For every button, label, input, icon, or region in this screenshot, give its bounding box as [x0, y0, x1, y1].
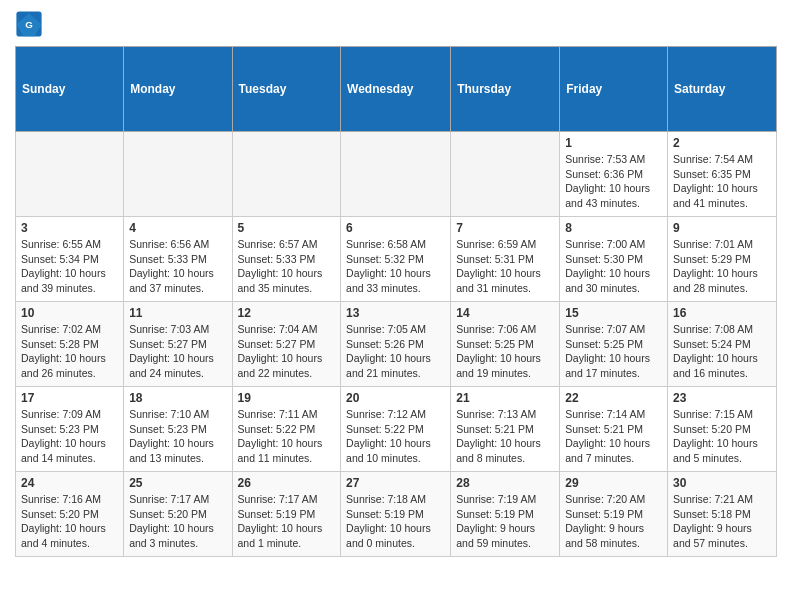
day-info: Sunrise: 7:09 AM Sunset: 5:23 PM Dayligh…: [21, 407, 118, 466]
day-cell: 29Sunrise: 7:20 AM Sunset: 5:19 PM Dayli…: [560, 472, 668, 557]
day-number: 19: [238, 391, 336, 405]
day-cell: 6Sunrise: 6:58 AM Sunset: 5:32 PM Daylig…: [341, 217, 451, 302]
calendar-page: G SundayMondayTuesdayWednesdayThursdayFr…: [0, 0, 792, 567]
day-cell: 24Sunrise: 7:16 AM Sunset: 5:20 PM Dayli…: [16, 472, 124, 557]
day-info: Sunrise: 6:55 AM Sunset: 5:34 PM Dayligh…: [21, 237, 118, 296]
day-info: Sunrise: 7:54 AM Sunset: 6:35 PM Dayligh…: [673, 152, 771, 211]
col-header-thursday: Thursday: [451, 47, 560, 132]
day-cell: [232, 132, 341, 217]
day-info: Sunrise: 7:16 AM Sunset: 5:20 PM Dayligh…: [21, 492, 118, 551]
day-number: 18: [129, 391, 226, 405]
day-number: 30: [673, 476, 771, 490]
day-number: 2: [673, 136, 771, 150]
day-number: 20: [346, 391, 445, 405]
day-info: Sunrise: 7:10 AM Sunset: 5:23 PM Dayligh…: [129, 407, 226, 466]
day-info: Sunrise: 7:13 AM Sunset: 5:21 PM Dayligh…: [456, 407, 554, 466]
day-number: 5: [238, 221, 336, 235]
day-cell: 17Sunrise: 7:09 AM Sunset: 5:23 PM Dayli…: [16, 387, 124, 472]
week-row-3: 10Sunrise: 7:02 AM Sunset: 5:28 PM Dayli…: [16, 302, 777, 387]
week-row-2: 3Sunrise: 6:55 AM Sunset: 5:34 PM Daylig…: [16, 217, 777, 302]
week-row-1: 1Sunrise: 7:53 AM Sunset: 6:36 PM Daylig…: [16, 132, 777, 217]
day-info: Sunrise: 7:15 AM Sunset: 5:20 PM Dayligh…: [673, 407, 771, 466]
day-info: Sunrise: 7:17 AM Sunset: 5:20 PM Dayligh…: [129, 492, 226, 551]
day-number: 3: [21, 221, 118, 235]
day-info: Sunrise: 7:01 AM Sunset: 5:29 PM Dayligh…: [673, 237, 771, 296]
day-info: Sunrise: 7:21 AM Sunset: 5:18 PM Dayligh…: [673, 492, 771, 551]
week-row-4: 17Sunrise: 7:09 AM Sunset: 5:23 PM Dayli…: [16, 387, 777, 472]
day-info: Sunrise: 7:53 AM Sunset: 6:36 PM Dayligh…: [565, 152, 662, 211]
day-number: 9: [673, 221, 771, 235]
day-info: Sunrise: 7:05 AM Sunset: 5:26 PM Dayligh…: [346, 322, 445, 381]
day-info: Sunrise: 7:12 AM Sunset: 5:22 PM Dayligh…: [346, 407, 445, 466]
day-cell: 12Sunrise: 7:04 AM Sunset: 5:27 PM Dayli…: [232, 302, 341, 387]
day-info: Sunrise: 7:17 AM Sunset: 5:19 PM Dayligh…: [238, 492, 336, 551]
day-cell: 16Sunrise: 7:08 AM Sunset: 5:24 PM Dayli…: [668, 302, 777, 387]
day-cell: 30Sunrise: 7:21 AM Sunset: 5:18 PM Dayli…: [668, 472, 777, 557]
day-info: Sunrise: 7:20 AM Sunset: 5:19 PM Dayligh…: [565, 492, 662, 551]
col-header-sunday: Sunday: [16, 47, 124, 132]
day-cell: 2Sunrise: 7:54 AM Sunset: 6:35 PM Daylig…: [668, 132, 777, 217]
day-cell: 10Sunrise: 7:02 AM Sunset: 5:28 PM Dayli…: [16, 302, 124, 387]
day-number: 17: [21, 391, 118, 405]
calendar-table: SundayMondayTuesdayWednesdayThursdayFrid…: [15, 46, 777, 557]
day-info: Sunrise: 6:58 AM Sunset: 5:32 PM Dayligh…: [346, 237, 445, 296]
day-cell: 15Sunrise: 7:07 AM Sunset: 5:25 PM Dayli…: [560, 302, 668, 387]
day-info: Sunrise: 7:06 AM Sunset: 5:25 PM Dayligh…: [456, 322, 554, 381]
day-number: 27: [346, 476, 445, 490]
day-info: Sunrise: 7:11 AM Sunset: 5:22 PM Dayligh…: [238, 407, 336, 466]
day-cell: 8Sunrise: 7:00 AM Sunset: 5:30 PM Daylig…: [560, 217, 668, 302]
day-cell: [16, 132, 124, 217]
day-cell: 23Sunrise: 7:15 AM Sunset: 5:20 PM Dayli…: [668, 387, 777, 472]
col-header-wednesday: Wednesday: [341, 47, 451, 132]
day-cell: 4Sunrise: 6:56 AM Sunset: 5:33 PM Daylig…: [124, 217, 232, 302]
day-info: Sunrise: 7:02 AM Sunset: 5:28 PM Dayligh…: [21, 322, 118, 381]
day-cell: [124, 132, 232, 217]
day-number: 4: [129, 221, 226, 235]
day-number: 10: [21, 306, 118, 320]
week-row-5: 24Sunrise: 7:16 AM Sunset: 5:20 PM Dayli…: [16, 472, 777, 557]
day-cell: 26Sunrise: 7:17 AM Sunset: 5:19 PM Dayli…: [232, 472, 341, 557]
day-cell: 14Sunrise: 7:06 AM Sunset: 5:25 PM Dayli…: [451, 302, 560, 387]
day-cell: 5Sunrise: 6:57 AM Sunset: 5:33 PM Daylig…: [232, 217, 341, 302]
day-number: 12: [238, 306, 336, 320]
col-header-tuesday: Tuesday: [232, 47, 341, 132]
day-info: Sunrise: 6:57 AM Sunset: 5:33 PM Dayligh…: [238, 237, 336, 296]
day-cell: 22Sunrise: 7:14 AM Sunset: 5:21 PM Dayli…: [560, 387, 668, 472]
day-info: Sunrise: 6:56 AM Sunset: 5:33 PM Dayligh…: [129, 237, 226, 296]
day-number: 22: [565, 391, 662, 405]
day-number: 13: [346, 306, 445, 320]
day-cell: 19Sunrise: 7:11 AM Sunset: 5:22 PM Dayli…: [232, 387, 341, 472]
day-info: Sunrise: 6:59 AM Sunset: 5:31 PM Dayligh…: [456, 237, 554, 296]
day-number: 26: [238, 476, 336, 490]
col-header-saturday: Saturday: [668, 47, 777, 132]
calendar-header-row: SundayMondayTuesdayWednesdayThursdayFrid…: [16, 47, 777, 132]
day-number: 21: [456, 391, 554, 405]
day-number: 14: [456, 306, 554, 320]
day-number: 24: [21, 476, 118, 490]
day-number: 6: [346, 221, 445, 235]
day-info: Sunrise: 7:14 AM Sunset: 5:21 PM Dayligh…: [565, 407, 662, 466]
logo-icon: G: [15, 10, 43, 38]
day-number: 28: [456, 476, 554, 490]
day-info: Sunrise: 7:03 AM Sunset: 5:27 PM Dayligh…: [129, 322, 226, 381]
day-cell: 11Sunrise: 7:03 AM Sunset: 5:27 PM Dayli…: [124, 302, 232, 387]
svg-text:G: G: [25, 19, 33, 30]
logo: G: [15, 10, 47, 38]
col-header-monday: Monday: [124, 47, 232, 132]
day-info: Sunrise: 7:19 AM Sunset: 5:19 PM Dayligh…: [456, 492, 554, 551]
day-cell: 7Sunrise: 6:59 AM Sunset: 5:31 PM Daylig…: [451, 217, 560, 302]
col-header-friday: Friday: [560, 47, 668, 132]
day-cell: 20Sunrise: 7:12 AM Sunset: 5:22 PM Dayli…: [341, 387, 451, 472]
day-cell: 1Sunrise: 7:53 AM Sunset: 6:36 PM Daylig…: [560, 132, 668, 217]
day-number: 23: [673, 391, 771, 405]
day-cell: 9Sunrise: 7:01 AM Sunset: 5:29 PM Daylig…: [668, 217, 777, 302]
day-number: 11: [129, 306, 226, 320]
day-cell: 27Sunrise: 7:18 AM Sunset: 5:19 PM Dayli…: [341, 472, 451, 557]
day-info: Sunrise: 7:18 AM Sunset: 5:19 PM Dayligh…: [346, 492, 445, 551]
day-info: Sunrise: 7:08 AM Sunset: 5:24 PM Dayligh…: [673, 322, 771, 381]
day-cell: 25Sunrise: 7:17 AM Sunset: 5:20 PM Dayli…: [124, 472, 232, 557]
day-cell: [451, 132, 560, 217]
day-cell: 28Sunrise: 7:19 AM Sunset: 5:19 PM Dayli…: [451, 472, 560, 557]
day-cell: 13Sunrise: 7:05 AM Sunset: 5:26 PM Dayli…: [341, 302, 451, 387]
day-info: Sunrise: 7:00 AM Sunset: 5:30 PM Dayligh…: [565, 237, 662, 296]
